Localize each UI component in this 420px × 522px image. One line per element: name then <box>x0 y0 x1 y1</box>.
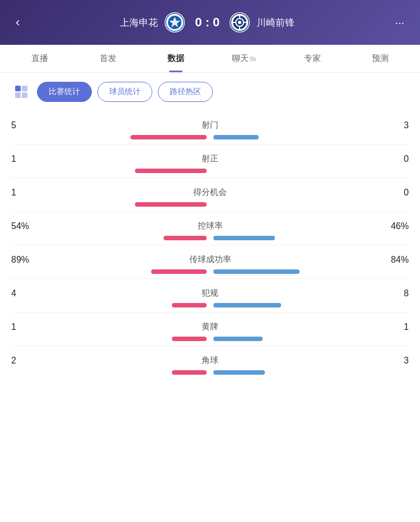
tab-live[interactable]: 直播 <box>6 45 74 72</box>
bar-left-shots_on_target <box>135 169 207 173</box>
svg-point-6 <box>238 21 241 24</box>
stat-left-val-corners: 2 <box>11 356 45 366</box>
stat-right-val-shots_on_target: 0 <box>375 154 409 164</box>
back-button[interactable]: ‹ <box>11 11 24 34</box>
tab-predict[interactable]: 预测 <box>346 45 414 72</box>
stat-label-fouls: 犯规 <box>45 288 375 299</box>
stat-row-shots: 5 射门 3 <box>11 113 409 147</box>
main-content: 比赛统计 球员统计 路径热区 5 射门 3 <box>0 73 420 388</box>
stat-label-shots_on_target: 射正 <box>45 153 375 164</box>
bar-left-corners <box>172 370 207 375</box>
tab-chat[interactable]: 聊天 8k <box>210 45 278 72</box>
match-header: ‹ 上海申花 0 : 0 <box>0 0 420 45</box>
home-team-logo <box>165 12 185 32</box>
bar-left-shots <box>130 135 207 139</box>
stat-bars-pass_success <box>11 269 409 274</box>
layout-icon[interactable] <box>11 82 31 102</box>
stat-row-pass_success: 89% 传球成功率 84% <box>11 248 409 281</box>
stat-row-chances: 1 得分机会 0 <box>11 180 409 214</box>
stat-bars-shots_on_target <box>11 169 409 173</box>
bar-right-corners <box>213 370 265 375</box>
stat-row-possession: 54% 控球率 46% <box>11 214 409 248</box>
stat-label-yellow: 黄牌 <box>45 321 375 332</box>
stat-row-shots_on_target: 1 射正 0 <box>11 147 409 180</box>
bar-left-fouls <box>172 303 207 307</box>
filter-player-stats[interactable]: 球员统计 <box>97 82 152 102</box>
more-button[interactable]: ··· <box>390 12 409 34</box>
svg-rect-13 <box>15 92 21 98</box>
svg-rect-14 <box>22 92 27 98</box>
filter-row: 比赛统计 球员统计 路径热区 <box>11 82 409 102</box>
stat-right-val-possession: 46% <box>375 221 409 231</box>
filter-match-stats[interactable]: 比赛统计 <box>37 82 92 102</box>
bar-left-chances <box>135 202 207 207</box>
stat-left-val-fouls: 4 <box>11 288 45 299</box>
score-display: 0 : 0 <box>195 15 220 30</box>
bar-right-possession <box>213 236 275 240</box>
stat-right-val-chances: 0 <box>375 188 409 198</box>
stat-left-val-pass_success: 89% <box>11 255 45 265</box>
svg-rect-12 <box>22 86 27 91</box>
stat-bars-fouls <box>11 303 409 307</box>
stat-label-corners: 角球 <box>45 355 375 366</box>
stat-right-val-shots: 3 <box>375 120 409 130</box>
stat-right-val-yellow: 1 <box>375 322 409 332</box>
home-team-name: 上海申花 <box>120 16 158 29</box>
stat-left-val-shots: 5 <box>11 120 45 130</box>
bar-right-pass_success <box>213 269 300 274</box>
tab-data[interactable]: 数据 <box>142 45 210 72</box>
away-team-logo <box>230 12 250 32</box>
away-team-name: 川崎前锋 <box>256 16 295 29</box>
stat-label-chances: 得分机会 <box>45 187 375 198</box>
stat-label-shots: 射门 <box>45 120 375 130</box>
stat-left-val-yellow: 1 <box>11 322 45 332</box>
stat-row-fouls: 4 犯规 8 <box>11 281 409 315</box>
tab-expert[interactable]: 专家 <box>278 45 347 72</box>
stat-label-possession: 控球率 <box>45 221 375 231</box>
stats-section: 5 射门 3 1 射正 0 <box>11 113 409 377</box>
bar-right-fouls <box>213 303 281 307</box>
stat-left-val-shots_on_target: 1 <box>11 154 45 164</box>
nav-tabs: 直播 首发 数据 聊天 8k 专家 预测 <box>0 45 420 73</box>
tab-lineup[interactable]: 首发 <box>74 45 142 72</box>
stat-bars-corners <box>11 370 409 375</box>
stat-right-val-fouls: 8 <box>375 288 409 299</box>
stat-right-val-pass_success: 84% <box>375 255 409 265</box>
bar-right-shots <box>213 135 259 139</box>
match-info: 上海申花 0 : 0 <box>24 12 390 32</box>
stat-row-corners: 2 角球 3 <box>11 348 409 377</box>
bar-left-possession <box>164 236 207 240</box>
bar-right-yellow <box>213 337 263 341</box>
stat-left-val-chances: 1 <box>11 188 45 198</box>
svg-rect-11 <box>15 86 21 91</box>
filter-heatmap[interactable]: 路径热区 <box>158 82 213 102</box>
stat-bars-possession <box>11 236 409 240</box>
stat-right-val-corners: 3 <box>375 356 409 366</box>
bar-left-yellow <box>172 337 207 341</box>
stat-bars-yellow <box>11 337 409 341</box>
stat-label-pass_success: 传球成功率 <box>45 254 375 265</box>
stat-row-yellow: 1 黄牌 1 <box>11 315 409 348</box>
stat-left-val-possession: 54% <box>11 221 45 231</box>
stat-bars-shots <box>11 135 409 139</box>
bar-left-pass_success <box>151 269 207 274</box>
stat-bars-chances <box>11 202 409 207</box>
